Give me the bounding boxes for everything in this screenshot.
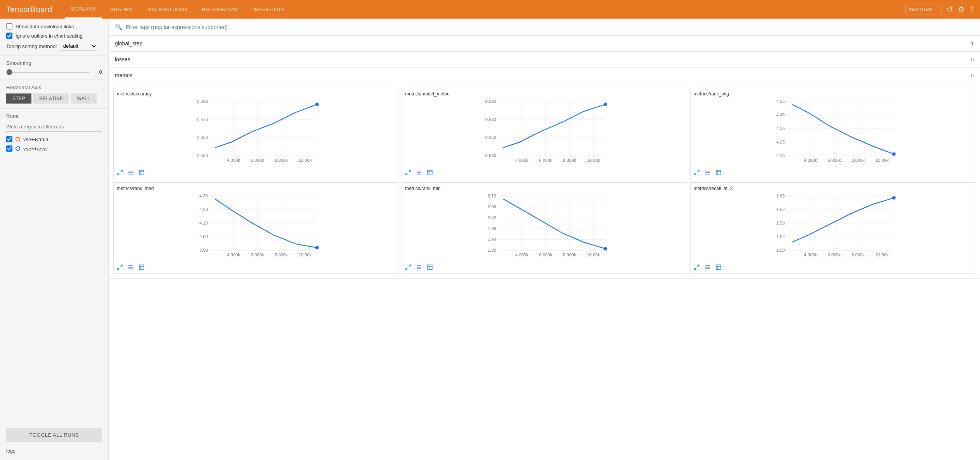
- svg-text:4.45: 4.45: [776, 112, 785, 117]
- svg-rect-101: [139, 265, 144, 270]
- nav-distributions[interactable]: DISTRIBUTIONS: [140, 0, 194, 19]
- svg-text:4.000k: 4.000k: [804, 158, 817, 163]
- chart-card-3: metrics/rank_med4.304.204.104.003.904.00…: [113, 182, 398, 274]
- status-select[interactable]: INACTIVE ACTIVE: [906, 5, 942, 14]
- download-chart-icon[interactable]: [715, 169, 722, 176]
- run-checkbox-train[interactable]: [6, 136, 12, 142]
- logs-label: logs: [0, 445, 108, 457]
- nav-scalars[interactable]: SCALARS: [65, 0, 102, 19]
- axis-btn-wall[interactable]: WALL: [71, 93, 96, 104]
- svg-text:10.00k: 10.00k: [587, 252, 600, 257]
- tag-count-losses: 6: [971, 57, 974, 62]
- data-table-icon[interactable]: [416, 264, 422, 270]
- svg-rect-47: [428, 170, 432, 175]
- axis-btn-relative[interactable]: RELATIVE: [33, 93, 69, 104]
- expand-chart-icon[interactable]: [694, 264, 700, 270]
- chart-card-5: metrics/recall_at_31.661.621.581.541.504…: [690, 182, 975, 274]
- tag-header-global-step[interactable]: global_step 1: [109, 36, 980, 51]
- svg-line-96: [120, 265, 122, 267]
- svg-text:0.590: 0.590: [485, 99, 496, 104]
- run-label-eval: vse++/eval: [23, 146, 48, 152]
- data-table-icon[interactable]: [705, 169, 711, 176]
- run-checkbox-eval[interactable]: [6, 145, 12, 152]
- download-chart-icon[interactable]: [715, 264, 722, 270]
- axis-btn-step[interactable]: STEP: [6, 93, 31, 104]
- svg-line-18: [118, 173, 119, 175]
- chart-area-3: 4.304.204.104.003.904.000k6.000k8.000k10…: [117, 193, 395, 263]
- run-item-train[interactable]: vse++/train: [6, 135, 102, 144]
- svg-rect-157: [716, 265, 721, 270]
- show-download-checkbox[interactable]: [6, 23, 12, 29]
- chart-title-1: metrics/model_metric: [405, 91, 683, 97]
- runs-filter-input[interactable]: [6, 122, 102, 131]
- svg-text:8.000k: 8.000k: [563, 252, 576, 257]
- svg-point-68: [892, 152, 895, 156]
- chart-card-0: metrics/accuracy0.5900.5700.5500.5304.00…: [113, 88, 398, 179]
- download-chart-icon[interactable]: [139, 264, 145, 270]
- svg-text:8.000k: 8.000k: [275, 252, 288, 257]
- main-nav: SCALARS GRAPHS DISTRIBUTIONS HISTOGRAMS …: [65, 0, 906, 19]
- svg-text:2.06: 2.06: [488, 204, 496, 209]
- ignore-outliers-row: Ignore outliers in chart scaling: [6, 33, 102, 39]
- filter-bar: 🔍: [109, 19, 980, 36]
- smoothing-row: 0: [6, 69, 102, 75]
- refresh-icon[interactable]: ↺: [947, 5, 953, 14]
- svg-line-97: [118, 268, 119, 270]
- svg-text:0.570: 0.570: [485, 117, 496, 122]
- tag-count-global-step: 1: [971, 41, 974, 47]
- chart-card-1: metrics/model_metric0.5900.5700.5500.530…: [402, 88, 687, 179]
- download-chart-icon[interactable]: [427, 264, 433, 270]
- svg-text:4.15: 4.15: [776, 153, 785, 158]
- svg-text:8.000k: 8.000k: [275, 158, 288, 163]
- download-chart-icon[interactable]: [427, 169, 433, 176]
- svg-text:8.000k: 8.000k: [563, 158, 576, 163]
- data-table-icon[interactable]: [128, 264, 134, 270]
- data-table-icon[interactable]: [128, 169, 134, 176]
- smoothing-slider[interactable]: [6, 72, 90, 73]
- help-icon[interactable]: ?: [970, 5, 974, 14]
- expand-chart-icon[interactable]: [117, 169, 123, 176]
- chart-controls-1: [405, 169, 683, 176]
- nav-projector[interactable]: PROJECTOR: [245, 0, 290, 19]
- tag-header-metrics[interactable]: metrics 6: [109, 67, 980, 83]
- settings-icon[interactable]: ⚙: [958, 5, 965, 14]
- chart-card-4: metrics/rank_min2.102.062.021.981.941.90…: [402, 182, 687, 274]
- svg-text:1.90: 1.90: [488, 248, 496, 252]
- nav-histograms[interactable]: HISTOGRAMS: [196, 0, 244, 19]
- svg-line-42: [409, 170, 411, 172]
- chart-title-2: metrics/rank_avg: [694, 91, 972, 97]
- svg-line-152: [697, 265, 699, 267]
- chart-controls-5: [694, 264, 972, 270]
- data-table-icon[interactable]: [705, 264, 711, 270]
- svg-point-95: [315, 246, 319, 249]
- svg-text:0.570: 0.570: [197, 117, 208, 122]
- svg-text:6.000k: 6.000k: [251, 252, 264, 257]
- svg-text:8.000k: 8.000k: [852, 252, 865, 257]
- chart-title-4: metrics/rank_min: [405, 186, 683, 191]
- expand-chart-icon[interactable]: [405, 264, 411, 270]
- filter-input[interactable]: [126, 24, 974, 30]
- expand-chart-icon[interactable]: [405, 169, 411, 176]
- sidebar-options: Show data download links Ignore outliers…: [0, 19, 108, 55]
- svg-text:10.00k: 10.00k: [299, 158, 312, 163]
- tooltip-select[interactable]: default ascending descending: [60, 42, 97, 50]
- chart-title-3: metrics/rank_med: [117, 186, 395, 191]
- tag-name-global-step: global_step: [115, 40, 143, 47]
- run-item-eval[interactable]: vse++/eval: [6, 144, 102, 153]
- chart-controls-4: [405, 264, 683, 270]
- chart-area-2: 4.554.454.354.254.154.000k6.000k8.000k10…: [694, 98, 972, 168]
- tag-header-losses[interactable]: losses 6: [109, 52, 980, 67]
- expand-chart-icon[interactable]: [694, 169, 700, 176]
- run-label-train: vse++/train: [23, 137, 48, 142]
- svg-text:1.94: 1.94: [488, 237, 496, 242]
- data-table-icon[interactable]: [416, 169, 422, 176]
- download-chart-icon[interactable]: [139, 169, 145, 176]
- nav-graphs[interactable]: GRAPHS: [104, 0, 139, 19]
- svg-text:10.00k: 10.00k: [299, 252, 312, 257]
- expand-chart-icon[interactable]: [117, 264, 123, 270]
- svg-line-17: [120, 170, 122, 172]
- svg-text:1.58: 1.58: [776, 221, 785, 225]
- toggle-all-runs-button[interactable]: TOGGLE ALL RUNS: [6, 428, 102, 442]
- ignore-outliers-checkbox[interactable]: [6, 33, 12, 39]
- show-download-label: Show data download links: [16, 24, 74, 29]
